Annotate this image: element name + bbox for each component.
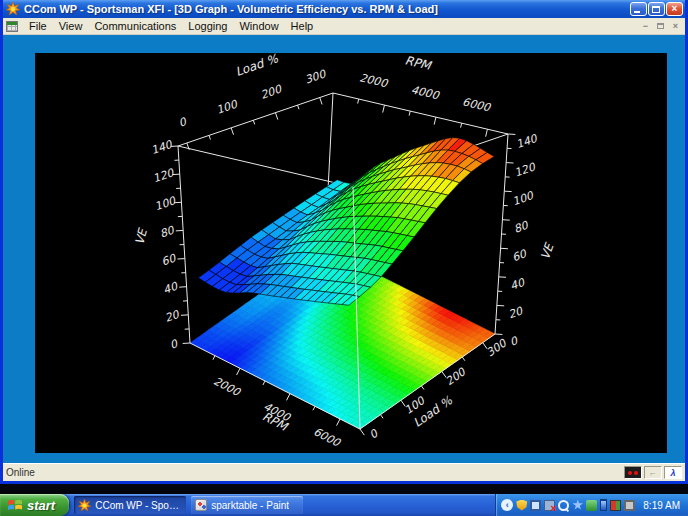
dual-monitor-icon[interactable] xyxy=(624,500,635,511)
statusbar: Online ⌐ λ xyxy=(3,463,685,481)
taskbar-window-label: CCom WP - Sportsma... xyxy=(95,500,182,511)
graphics-utility-icon[interactable] xyxy=(610,500,621,511)
lambda-indicator-icon: λ xyxy=(664,466,682,479)
svg-text:120: 120 xyxy=(151,166,176,185)
close-button[interactable]: × xyxy=(666,2,683,16)
svg-text:200: 200 xyxy=(259,82,284,101)
titlebar[interactable]: CCom WP - Sportsman XFI - [3D Graph - Vo… xyxy=(3,0,685,18)
svg-text:100: 100 xyxy=(511,189,536,208)
app-icon xyxy=(6,2,20,16)
svg-text:2000: 2000 xyxy=(358,71,389,90)
svg-text:0: 0 xyxy=(508,334,520,349)
minimize-icon xyxy=(634,11,640,13)
svg-text:0: 0 xyxy=(168,337,180,352)
svg-text:Load %: Load % xyxy=(234,53,281,79)
taskbar: start CCom WP - Sportsma...sparktable - … xyxy=(0,494,688,516)
ve-3d-graph: 0100200300200040006000020406080100120140… xyxy=(35,53,667,453)
svg-text:140: 140 xyxy=(515,132,540,151)
link-disabled-icon: ⌐ xyxy=(644,466,662,479)
mdi-restore-button[interactable] xyxy=(657,23,664,29)
svg-text:0: 0 xyxy=(367,427,381,442)
menu-communications[interactable]: Communications xyxy=(88,19,182,33)
network-offline-icon[interactable] xyxy=(544,500,555,511)
svg-text:60: 60 xyxy=(160,251,178,268)
taskbar-window-2[interactable]: sparktable - Paint xyxy=(191,496,303,514)
window-title: CCom WP - Sportsman XFI - [3D Graph - Vo… xyxy=(24,0,629,18)
display-settings-icon[interactable] xyxy=(530,500,541,511)
svg-text:80: 80 xyxy=(158,223,176,240)
paint-icon xyxy=(195,499,207,511)
start-label: start xyxy=(27,498,55,513)
close-icon: × xyxy=(672,3,678,14)
svg-text:40: 40 xyxy=(509,276,527,293)
security-shield-icon[interactable] xyxy=(516,500,527,511)
taskbar-window-1[interactable]: CCom WP - Sportsma... xyxy=(74,496,186,514)
windows-flag-icon xyxy=(7,498,23,512)
mdi-minimize-button[interactable]: − xyxy=(639,21,652,32)
svg-text:4000: 4000 xyxy=(410,83,441,102)
svg-text:6000: 6000 xyxy=(461,95,492,114)
clock: 8:19 AM xyxy=(643,500,680,511)
svg-text:40: 40 xyxy=(162,280,180,297)
hide-notifications-icon[interactable]: ‹ xyxy=(501,499,513,511)
svg-text:60: 60 xyxy=(510,247,528,264)
tray-icons: ‹ xyxy=(501,499,635,511)
menu-help[interactable]: Help xyxy=(285,19,320,33)
svg-text:VE: VE xyxy=(538,240,557,261)
menu-logging[interactable]: Logging xyxy=(182,19,233,33)
svg-text:120: 120 xyxy=(513,160,538,179)
task-buttons: CCom WP - Sportsma...sparktable - Paint xyxy=(69,494,303,516)
maximize-icon xyxy=(652,6,660,13)
svg-text:20: 20 xyxy=(163,308,181,325)
svg-text:100: 100 xyxy=(215,97,240,116)
msn-star-icon[interactable] xyxy=(572,500,583,511)
svg-text:20: 20 xyxy=(507,304,525,321)
menubar: FileViewCommunicationsLoggingWindowHelp … xyxy=(3,18,685,35)
svg-text:300: 300 xyxy=(303,67,328,86)
system-tray: ‹ 8:19 AM xyxy=(495,494,688,516)
svg-text:200: 200 xyxy=(443,365,468,388)
taskbar-window-label: sparktable - Paint xyxy=(211,500,289,511)
app-icon xyxy=(78,499,91,512)
svg-text:2000: 2000 xyxy=(211,375,243,400)
menu-view[interactable]: View xyxy=(53,19,89,33)
maximize-button[interactable] xyxy=(648,2,665,16)
connection-status: Online xyxy=(6,467,624,478)
svg-text:140: 140 xyxy=(150,138,175,157)
svg-text:6000: 6000 xyxy=(311,425,343,450)
volume-icon[interactable] xyxy=(586,500,597,511)
mdi-window-controls: − × xyxy=(639,21,682,32)
menu-window[interactable]: Window xyxy=(233,19,284,33)
start-button[interactable]: start xyxy=(0,494,69,516)
minimize-button[interactable] xyxy=(630,2,647,16)
svg-text:100: 100 xyxy=(153,194,178,213)
svg-text:80: 80 xyxy=(512,219,530,236)
menu-items: FileViewCommunicationsLoggingWindowHelp xyxy=(23,20,319,32)
3d-surface-plot: 0100200300200040006000020406080100120140… xyxy=(35,53,667,453)
magnifier-icon[interactable] xyxy=(558,500,569,511)
svg-text:0: 0 xyxy=(177,115,189,130)
mdi-client-area: 0100200300200040006000020406080100120140… xyxy=(3,35,685,463)
svg-text:VE: VE xyxy=(132,226,150,246)
mdi-close-button[interactable]: × xyxy=(669,21,682,32)
comm-activity-indicator-icon xyxy=(624,466,642,479)
svg-text:RPM: RPM xyxy=(404,53,434,73)
battery-icon[interactable] xyxy=(600,499,607,511)
app-window: CCom WP - Sportsman XFI - [3D Graph - Vo… xyxy=(0,0,688,484)
menu-file[interactable]: File xyxy=(23,19,53,33)
screen: { "titlebar": { "title": "CCom WP - Spor… xyxy=(0,0,688,516)
mdi-child-icon[interactable] xyxy=(6,21,18,32)
